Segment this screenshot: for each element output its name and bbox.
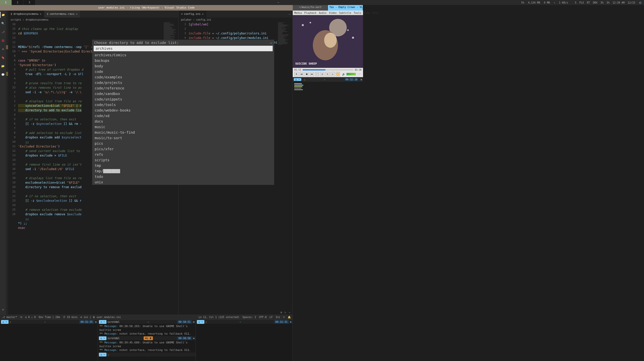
tab-vlc[interactable]: Yas - Empty Crown - VLC me...: [328, 5, 363, 11]
rofi-collapse-icon[interactable]: —: [270, 41, 272, 45]
cursor-pos[interactable]: Ln 11, Col 1 (225 selected): [199, 316, 240, 319]
folder-item[interactable]: 📁chrome: [6, 168, 8, 172]
editor-tab[interactable]: $centermenu.rasi×: [44, 11, 80, 18]
bookmark-icon[interactable]: 🔖: [0, 55, 6, 61]
feedback-icon[interactable]: ☺: [283, 316, 285, 319]
play-icon[interactable]: ▷: [285, 311, 286, 314]
workspace-1[interactable]: 1: [0, 0, 12, 5]
file-item[interactable]: $syscheck: [6, 148, 8, 152]
encoding[interactable]: UTF-8: [259, 316, 267, 319]
file-item[interactable]: $i3sizemode: [6, 112, 8, 116]
vlc-menu-item[interactable]: Audio: [319, 12, 326, 14]
minimap-right[interactable]: [277, 22, 292, 310]
rofi-input[interactable]: archives: [94, 46, 273, 51]
file-item[interactable]: $timeshiftmenu-idea: [6, 160, 8, 164]
rofi-item[interactable]: body: [92, 63, 274, 69]
volume-slider[interactable]: [346, 73, 356, 75]
eol[interactable]: LF: [270, 316, 273, 319]
workspace-2[interactable]: 2: [12, 0, 24, 5]
topbar-item[interactable]: S: [575, 1, 576, 4]
topbar-item[interactable]: RT: [587, 1, 590, 4]
workspace-3[interactable]: 3: [24, 0, 35, 5]
shuffle-button[interactable]: 🔀: [336, 72, 340, 76]
power-icon[interactable]: ⏻: [639, 1, 641, 4]
rofi-item[interactable]: music/music-to-find: [92, 130, 274, 135]
right-minimap[interactable]: [293, 82, 363, 361]
file-item[interactable]: $rescuetimestatus: [6, 120, 8, 124]
chat-icon[interactable]: 💬: [0, 72, 6, 78]
rofi-item[interactable]: todo: [92, 174, 274, 179]
vlc-menu-item[interactable]: Help: [372, 12, 378, 14]
file-item[interactable]: $sysmenu: [6, 156, 8, 160]
language[interactable]: Ini: [276, 316, 280, 319]
rofi-item[interactable]: code/webdev-books: [92, 108, 274, 113]
file-item[interactable]: $centermenu.rasi: [6, 184, 8, 188]
indent[interactable]: Spaces: 2: [243, 316, 256, 319]
rofi-item[interactable]: backups: [92, 58, 274, 63]
rofi-item[interactable]: pics/xfer: [92, 146, 274, 152]
folder-icon[interactable]: 📂: [0, 63, 6, 69]
rofi-menu[interactable]: Choose directory to add to exclude list:…: [92, 40, 274, 185]
prev-button[interactable]: ⏮: [300, 72, 304, 76]
close-icon[interactable]: ×: [202, 11, 204, 18]
file-item[interactable]: ⚙config.ini: [6, 64, 8, 68]
outline-section[interactable]: OUTLINE: [6, 205, 8, 209]
rofi-item[interactable]: code: [92, 69, 274, 74]
rofi-item[interactable]: scripts: [92, 157, 274, 163]
vlc-terminal[interactable]: ⌂ ~ ▯ ✓ 00:32:16 ⊕: [293, 77, 363, 82]
rofi-item[interactable]: code/tools: [92, 102, 274, 108]
file-item[interactable]: $dropmenu.rasi: [6, 188, 8, 192]
vlc-menu-item[interactable]: Video: [329, 12, 336, 14]
loop-button[interactable]: ↻: [331, 72, 335, 76]
file-item[interactable]: $dropboxstatus: [6, 92, 8, 96]
folder-item[interactable]: 📁st●: [6, 200, 8, 204]
wakatime[interactable]: ⏱ 33 mins: [63, 316, 78, 319]
todos-section[interactable]: TODOS: [6, 209, 8, 213]
file-item[interactable]: $i3fyrasetup: [6, 108, 8, 112]
rofi-item[interactable]: code/examples: [92, 74, 274, 80]
topbar-item[interactable]: 3%: [607, 1, 610, 4]
file-item[interactable]: $autoscriptmenu: [6, 88, 8, 92]
more-icon[interactable]: ⋯: [289, 311, 290, 314]
vlc-menu-item[interactable]: View: [364, 12, 370, 14]
file-item[interactable]: $rofioneliner: [6, 128, 8, 132]
file-item[interactable]: $rotate-monitor.sh: [6, 132, 8, 136]
source-control-icon[interactable]: ⎇: [0, 29, 6, 35]
terminal-pane[interactable]: ⌂ ~▯✓00:32:31⊕: [196, 320, 293, 361]
open-editor-item[interactable]: ● 🗎config.inipolybar: [6, 37, 8, 41]
bell-icon[interactable]: 🔔: [288, 316, 291, 319]
file-item[interactable]: $hold: [6, 104, 8, 108]
open-editor-item[interactable]: 🗎dropboxsyncmenuscripts: [6, 26, 8, 30]
file-item[interactable]: $autoscript: [6, 84, 8, 88]
git-branch[interactable]: ⎇ master*: [2, 316, 17, 319]
rofi-item[interactable]: tmp: [92, 163, 274, 168]
open-editors-section[interactable]: OPEN EDITORS: [6, 15, 8, 22]
tab-config-ini[interactable]: ⚙config.ini×: [179, 11, 206, 18]
file-item[interactable]: $sinkswitch: [6, 136, 8, 140]
topbar-item[interactable]: 3%: [601, 1, 604, 4]
sync-icon[interactable]: ⟲: [20, 316, 22, 319]
vlc-video[interactable]: SUICIDE SHEEP: [293, 15, 363, 68]
explorer-icon[interactable]: 📁: [0, 12, 6, 18]
topbar-item[interactable]: FLX: [579, 1, 584, 4]
file-item[interactable]: ⚙colors.ini: [6, 60, 8, 64]
fullscreen-button[interactable]: ⛶: [315, 72, 319, 76]
file-item[interactable]: $oneliner.rasi: [6, 192, 8, 196]
rofi-item[interactable]: refs: [92, 152, 274, 157]
layout-icon[interactable]: ⊞: [280, 311, 282, 314]
tab-music-folder[interactable]: ~/music/to-sort: [293, 5, 328, 11]
rofi-item[interactable]: archives/Comics: [92, 52, 274, 58]
volume-icon[interactable]: 🔊: [342, 73, 345, 76]
ext-settings-button[interactable]: ⊞: [320, 72, 324, 76]
rofi-item[interactable]: code/snippets: [92, 96, 274, 102]
folder-item[interactable]: 📁scripts: [6, 80, 8, 84]
rofi-item[interactable]: code/sandbox: [92, 91, 274, 96]
file-item[interactable]: $dropboxsyncmenu: [6, 96, 8, 100]
problems[interactable]: ⊘ 0 ⚠ 0: [25, 316, 36, 319]
breadcrumb-right[interactable]: polybar › config.ini: [179, 18, 292, 22]
rofi-item[interactable]: music: [92, 124, 274, 130]
file-item[interactable]: ⚙modules.ini: [6, 68, 8, 72]
folder-item[interactable]: 📁rofi: [6, 180, 8, 184]
debug-icon[interactable]: 🐞: [0, 37, 6, 43]
search-icon[interactable]: 🔍: [0, 20, 6, 26]
